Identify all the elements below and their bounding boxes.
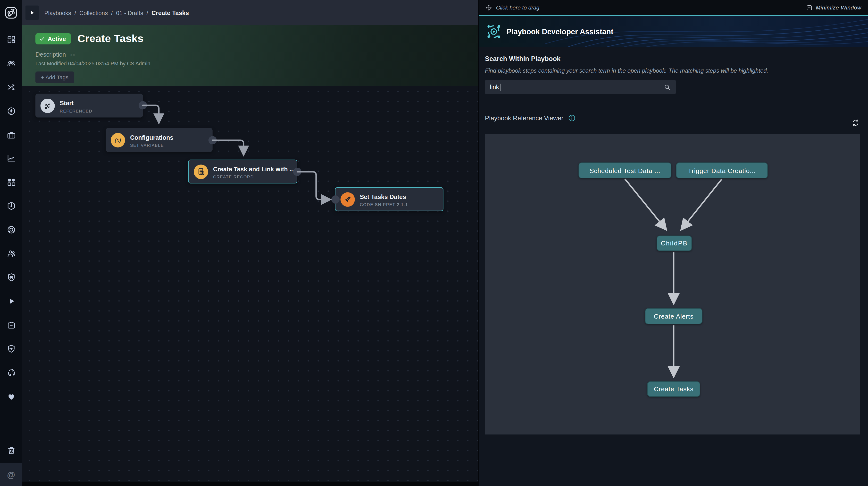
breadcrumb-separator: / <box>147 9 148 16</box>
search-icon[interactable] <box>663 83 671 91</box>
sidebar-item-health-monitor[interactable] <box>2 339 21 358</box>
step-title: Set Tasks Dates <box>360 193 406 200</box>
flow-canvas[interactable] <box>22 83 478 482</box>
sidebar-item-user-groups[interactable] <box>2 54 21 73</box>
step-title: Create Task and Link with ... <box>213 166 294 172</box>
reference-node[interactable]: Trigger Data Creatio... <box>676 162 768 178</box>
sidebar-item-applications[interactable] <box>2 172 21 191</box>
step-subtitle: SET VARIABLE <box>130 143 173 147</box>
assistant-titlebar: Click here to drag Minimize Window <box>479 0 868 15</box>
playbook-header: Active Create Tasks Description -- Last … <box>22 25 478 86</box>
step-node-set-tasks-dates[interactable]: Set Tasks DatesCODE SNIPPET 2.1.1 <box>335 188 443 211</box>
search-section-description: Find playbook steps containing your sear… <box>485 67 860 74</box>
assistant-header-banner: Playbook Developer Assistant <box>479 16 868 47</box>
status-badge[interactable]: Active <box>35 33 71 45</box>
playbook-reference-viewer[interactable]: Scheduled Test Data ... Trigger Data Cre… <box>485 134 860 434</box>
refresh-viewer-button[interactable] <box>851 119 860 127</box>
breadcrumb-separator: / <box>111 9 113 16</box>
left-sidebar: @ <box>0 0 22 486</box>
sidebar-item-support[interactable] <box>2 220 21 239</box>
expand-run-button[interactable] <box>26 5 39 20</box>
at-mention-icon[interactable]: @ <box>7 470 15 479</box>
step-title: Start <box>60 99 73 106</box>
sidebar-footer: @ <box>0 463 22 486</box>
sidebar-item-analytics[interactable] <box>2 148 21 167</box>
playbook-main: Playbooks / Collections / 01 - Drafts / … <box>22 0 478 486</box>
viewer-heading-row: Playbook Reference Viewer <box>485 109 860 127</box>
play-icon <box>29 10 35 15</box>
search-section-heading: Search Within Playbook <box>485 55 860 63</box>
drag-handle[interactable]: Click here to drag <box>486 4 539 11</box>
step-node-start[interactable]: StartREFERENCED <box>35 93 143 117</box>
sidebar-item-quick-actions[interactable] <box>2 101 21 120</box>
minimize-icon <box>806 4 812 11</box>
refresh-icon <box>851 119 859 127</box>
search-input[interactable]: link <box>485 80 676 94</box>
step-subtitle: REFERENCED <box>60 109 92 113</box>
assistant-title: Playbook Developer Assistant <box>506 27 613 36</box>
last-modified: Last Modified 04/04/2025 03:54 PM by CS … <box>35 60 478 66</box>
step-subtitle: CREATE RECORD <box>213 175 294 179</box>
reference-node[interactable]: ChildPB <box>657 235 692 251</box>
canvas-bottom-strip <box>22 482 478 486</box>
reference-node[interactable]: Create Alerts <box>645 308 703 324</box>
info-icon[interactable] <box>568 114 576 122</box>
page-title: Create Tasks <box>78 33 144 45</box>
sidebar-item-lifecycle[interactable] <box>2 363 21 382</box>
sidebar-item-evidence-locker[interactable] <box>2 315 21 334</box>
sidebar-item-playbook-runner[interactable] <box>2 292 21 311</box>
step-node-configurations[interactable]: (x) ConfigurationsSET VARIABLE <box>106 128 213 152</box>
reference-viewer-heading: Playbook Reference Viewer <box>485 115 563 121</box>
app-window: @ Playbooks / Collections / 01 - Drafts … <box>0 0 868 486</box>
sidebar-item-users[interactable] <box>2 244 21 263</box>
breadcrumb-current: Create Tasks <box>152 9 189 16</box>
app-logo-icon[interactable] <box>3 5 19 21</box>
sidebar-item-shuffle[interactable] <box>2 78 21 96</box>
breadcrumb-bar: Playbooks / Collections / 01 - Drafts / … <box>22 0 478 25</box>
assistant-gear-network-icon <box>486 23 502 40</box>
step-node-create-task-link[interactable]: Create Task and Link with ...CREATE RECO… <box>188 160 297 183</box>
add-tags-button[interactable]: + Add Tags <box>35 72 74 83</box>
description-label: Description <box>35 51 66 58</box>
sidebar-item-cases[interactable] <box>2 125 21 144</box>
reference-node[interactable]: Scheduled Test Data ... <box>579 162 672 178</box>
sidebar-item-recycle-bin[interactable] <box>2 440 21 459</box>
move-icon <box>486 4 492 11</box>
playbook-developer-assistant-panel: Click here to drag Minimize Window <box>478 0 868 486</box>
search-input-value: link <box>490 84 499 90</box>
breadcrumb-collections[interactable]: Collections <box>80 9 108 16</box>
reference-node[interactable]: Create Tasks <box>647 381 700 397</box>
breadcrumb-separator: / <box>74 9 76 16</box>
create-record-icon <box>194 164 208 179</box>
description-value: -- <box>70 51 75 58</box>
playbook-strategy-icon <box>40 98 55 113</box>
text-cursor <box>499 83 500 91</box>
assistant-body: Search Within Playbook Find playbook ste… <box>479 55 868 434</box>
minimize-window-button[interactable]: Minimize Window <box>806 4 862 11</box>
sidebar-item-assets[interactable] <box>2 196 21 215</box>
sidebar-item-favorites[interactable] <box>2 387 21 406</box>
breadcrumb-playbooks[interactable]: Playbooks <box>44 9 71 16</box>
breadcrumb: Playbooks / Collections / 01 - Drafts / … <box>44 9 189 16</box>
check-icon <box>39 36 45 41</box>
variable-icon: (x) <box>111 133 125 147</box>
step-subtitle: CODE SNIPPET 2.1.1 <box>360 203 408 207</box>
breadcrumb-drafts[interactable]: 01 - Drafts <box>116 9 143 16</box>
step-title: Configurations <box>130 134 173 140</box>
code-snippet-rocket-icon <box>341 192 355 206</box>
sidebar-item-dashboard[interactable] <box>2 30 21 49</box>
sidebar-item-threat-intel[interactable] <box>2 268 21 287</box>
